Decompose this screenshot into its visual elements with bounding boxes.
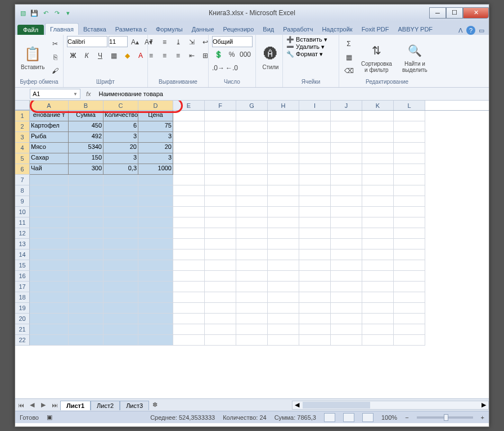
zoom-in-icon[interactable]: + bbox=[481, 414, 484, 421]
col-header-D[interactable]: D bbox=[138, 101, 173, 110]
cell-A21[interactable] bbox=[30, 324, 69, 335]
cell-G19[interactable] bbox=[236, 303, 268, 314]
cell-J20[interactable] bbox=[331, 314, 362, 324]
cell-F17[interactable] bbox=[205, 282, 236, 292]
font-size-select[interactable] bbox=[109, 36, 128, 47]
cell-L14[interactable] bbox=[394, 249, 425, 260]
align-top-icon[interactable]: ⤒ bbox=[145, 36, 158, 48]
cell-C6[interactable]: 0,3 bbox=[104, 164, 138, 175]
font-name-select[interactable] bbox=[67, 36, 107, 47]
cell-I10[interactable] bbox=[299, 207, 331, 217]
cell-C15[interactable] bbox=[104, 260, 138, 271]
copy-icon[interactable]: ⎘ bbox=[49, 51, 61, 63]
cell-J22[interactable] bbox=[331, 335, 362, 346]
cell-D16[interactable] bbox=[138, 271, 173, 282]
row-header-16[interactable]: 16 bbox=[15, 271, 30, 282]
cell-D17[interactable] bbox=[138, 282, 173, 292]
cell-K4[interactable] bbox=[362, 143, 394, 153]
cell-F4[interactable] bbox=[205, 143, 236, 153]
align-middle-icon[interactable]: ≡ bbox=[159, 36, 171, 48]
cell-F10[interactable] bbox=[205, 207, 236, 217]
cell-C17[interactable] bbox=[104, 282, 138, 292]
cell-J9[interactable] bbox=[331, 196, 362, 207]
cell-F15[interactable] bbox=[205, 260, 236, 271]
cell-K12[interactable] bbox=[362, 228, 394, 239]
row-header-11[interactable]: 11 bbox=[15, 217, 30, 228]
cell-L13[interactable] bbox=[394, 239, 425, 249]
tab-prev-icon[interactable]: ◀ bbox=[26, 401, 38, 409]
cell-J16[interactable] bbox=[331, 271, 362, 282]
col-header-L[interactable]: L bbox=[394, 101, 425, 110]
cell-E2[interactable] bbox=[173, 121, 205, 132]
align-bottom-icon[interactable]: ⤓ bbox=[172, 36, 184, 48]
cell-I2[interactable] bbox=[299, 121, 331, 132]
cell-E12[interactable] bbox=[173, 228, 205, 239]
tab-review[interactable]: Рецензиро bbox=[219, 24, 259, 35]
cell-B11[interactable] bbox=[69, 217, 104, 228]
cell-L8[interactable] bbox=[394, 185, 425, 196]
col-header-K[interactable]: K bbox=[362, 101, 394, 110]
align-left-icon[interactable]: ≡ bbox=[145, 49, 158, 62]
cell-G21[interactable] bbox=[236, 324, 268, 335]
cell-F3[interactable] bbox=[205, 132, 236, 143]
cell-G22[interactable] bbox=[236, 335, 268, 346]
row-header-6[interactable]: 6 bbox=[15, 164, 30, 175]
cell-I12[interactable] bbox=[299, 228, 331, 239]
cell-L9[interactable] bbox=[394, 196, 425, 207]
cell-A10[interactable] bbox=[30, 207, 69, 217]
grow-font-icon[interactable]: A▴ bbox=[129, 36, 141, 48]
cell-L1[interactable] bbox=[394, 111, 425, 121]
fill-icon[interactable]: ▦ bbox=[343, 51, 355, 63]
cell-E14[interactable] bbox=[173, 249, 205, 260]
cell-K18[interactable] bbox=[362, 292, 394, 303]
tab-insert[interactable]: Вставка bbox=[79, 24, 111, 35]
cell-D7[interactable] bbox=[138, 175, 173, 185]
cell-K17[interactable] bbox=[362, 282, 394, 292]
cell-H9[interactable] bbox=[268, 196, 299, 207]
row-header-9[interactable]: 9 bbox=[15, 196, 30, 207]
cell-D4[interactable]: 20 bbox=[138, 143, 173, 153]
cell-B19[interactable] bbox=[69, 303, 104, 314]
cell-G8[interactable] bbox=[236, 185, 268, 196]
cell-I16[interactable] bbox=[299, 271, 331, 282]
cell-D9[interactable] bbox=[138, 196, 173, 207]
ribbon-min-icon[interactable]: ⴷ bbox=[458, 27, 463, 34]
col-header-I[interactable]: I bbox=[299, 101, 331, 110]
cell-D1[interactable]: Цена bbox=[138, 111, 173, 121]
cell-K2[interactable] bbox=[362, 121, 394, 132]
row-header-3[interactable]: 3 bbox=[15, 132, 30, 143]
row-header-18[interactable]: 18 bbox=[15, 292, 30, 303]
cell-G14[interactable] bbox=[236, 249, 268, 260]
cell-F11[interactable] bbox=[205, 217, 236, 228]
cell-F22[interactable] bbox=[205, 335, 236, 346]
qat-more-icon[interactable]: ▾ bbox=[64, 8, 73, 17]
cell-J15[interactable] bbox=[331, 260, 362, 271]
cell-K3[interactable] bbox=[362, 132, 394, 143]
tab-foxit[interactable]: Foxit PDF bbox=[357, 24, 394, 35]
row-header-12[interactable]: 12 bbox=[15, 228, 30, 239]
cell-B4[interactable]: 5340 bbox=[69, 143, 104, 153]
save-icon[interactable]: 💾 bbox=[30, 8, 39, 17]
cell-K6[interactable] bbox=[362, 164, 394, 175]
cell-I3[interactable] bbox=[299, 132, 331, 143]
cell-H1[interactable] bbox=[268, 111, 299, 121]
col-header-H[interactable]: H bbox=[268, 101, 299, 110]
cell-A17[interactable] bbox=[30, 282, 69, 292]
cell-A12[interactable] bbox=[30, 228, 69, 239]
cell-J5[interactable] bbox=[331, 153, 362, 164]
row-header-22[interactable]: 22 bbox=[15, 335, 30, 346]
cell-E21[interactable] bbox=[173, 324, 205, 335]
cell-H18[interactable] bbox=[268, 292, 299, 303]
cell-D21[interactable] bbox=[138, 324, 173, 335]
cell-A3[interactable]: Рыба bbox=[30, 132, 69, 143]
cut-icon[interactable]: ✂ bbox=[49, 38, 61, 50]
cell-I21[interactable] bbox=[299, 324, 331, 335]
align-right-icon[interactable]: ≡ bbox=[172, 49, 184, 62]
sheet-tab-3[interactable]: Лист3 bbox=[120, 401, 149, 410]
bold-button[interactable]: Ж bbox=[67, 49, 79, 62]
cell-C12[interactable] bbox=[104, 228, 138, 239]
cell-E3[interactable] bbox=[173, 132, 205, 143]
cell-J2[interactable] bbox=[331, 121, 362, 132]
italic-button[interactable]: К bbox=[80, 49, 93, 62]
cell-D13[interactable] bbox=[138, 239, 173, 249]
